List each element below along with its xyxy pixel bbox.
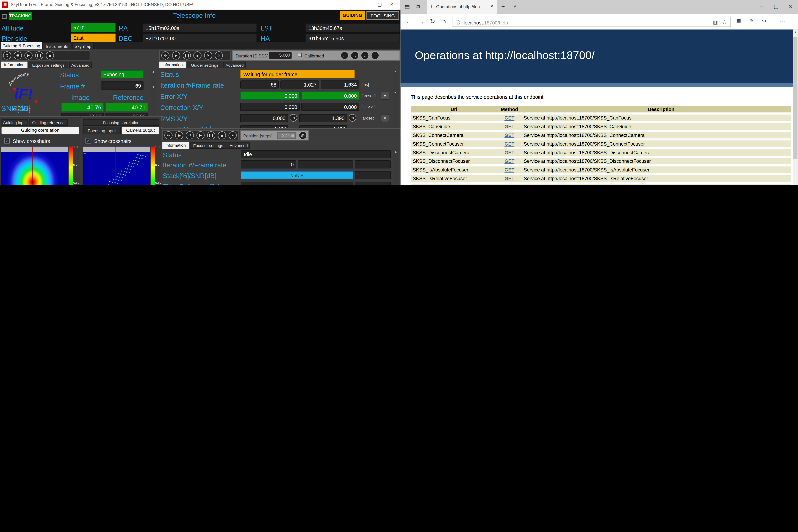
hub-icon[interactable]: ⧉	[416, 3, 420, 10]
tab-information[interactable]: Information	[159, 61, 186, 68]
guider-up-button[interactable]: ↑	[371, 52, 379, 60]
get-link[interactable]: GET	[505, 158, 514, 164]
share-icon[interactable]: ↪	[762, 18, 766, 24]
tab-guiding-correlation[interactable]: Guiding correlation	[2, 127, 79, 134]
toolbar-icon-2[interactable]: ❚❚	[183, 52, 191, 60]
toolbar-icon-2[interactable]: ▶	[24, 52, 33, 60]
toolbar-icon-3[interactable]: ■	[193, 52, 202, 60]
duration-input[interactable]: 5.000	[269, 52, 291, 59]
forward-icon[interactable]: →	[418, 18, 424, 25]
star-dot	[131, 166, 132, 167]
site-info-icon[interactable]: ⓘ	[456, 19, 460, 26]
tracking-checkbox[interactable]	[2, 14, 6, 19]
guider-right-button[interactable]: →	[350, 52, 359, 60]
get-link[interactable]: GET	[505, 167, 514, 173]
browser-home-icon[interactable]: ⌂	[442, 18, 446, 25]
get-link[interactable]: GET	[505, 150, 514, 155]
toolbar-icon-0[interactable]: ⊘	[165, 131, 173, 139]
camera-scrollbar[interactable]: ▲▼	[151, 70, 156, 115]
browser-minimize-icon[interactable]: –	[757, 3, 767, 9]
toolbar-icon-4[interactable]: ❚❚	[207, 131, 215, 139]
tab-guiding-input[interactable]: Guiding input	[2, 119, 28, 126]
calibrated-checkbox[interactable]	[298, 53, 302, 57]
rms-y-reset-icon[interactable]: ⟲	[349, 114, 356, 122]
toolbar-icon-1[interactable]: ◉	[175, 131, 183, 139]
tab-advanced[interactable]: Advanced	[228, 142, 250, 149]
tab-guider-settings[interactable]: Guider settings	[187, 61, 222, 68]
back-icon[interactable]: ←	[405, 18, 412, 25]
tab-information[interactable]: Information	[1, 61, 27, 68]
close-icon[interactable]: ✕	[387, 2, 397, 7]
maximize-icon[interactable]: ▢	[375, 2, 385, 7]
colorbar-label: 0.75	[73, 163, 79, 166]
guiding-button[interactable]: GUIDING	[340, 11, 365, 20]
toolbar-icon-6[interactable]: ➤	[229, 131, 237, 139]
toolbar-icon-3[interactable]: ❚❚	[35, 52, 43, 60]
get-link[interactable]: GET	[505, 184, 514, 185]
reading-list-icon[interactable]: ▤	[405, 3, 410, 10]
toolbar-icon-1[interactable]: ◉	[14, 52, 22, 60]
guiding-correlation-image[interactable]	[1, 147, 68, 185]
tab-advanced[interactable]: Advanced	[224, 61, 246, 68]
tab-information[interactable]: Information	[162, 142, 189, 149]
annotate-icon[interactable]: ✎	[749, 18, 754, 24]
get-link[interactable]: GET	[505, 115, 514, 121]
tab-close-icon[interactable]: ✕	[490, 4, 494, 9]
framerate1-value: 1,627	[280, 80, 319, 89]
goto-position-icon[interactable]: ◎	[299, 131, 307, 139]
toolbar-icon-4[interactable]: ➤	[204, 52, 212, 60]
browser-maximize-icon[interactable]: ▢	[771, 3, 781, 9]
url-text[interactable]: localhost:18700/help	[463, 20, 508, 25]
favorites-bar-icon[interactable]: ≣	[737, 18, 741, 24]
more-options-icon[interactable]: ⋯	[780, 18, 785, 24]
focusing-crosshairs-checkbox[interactable]: ✓	[86, 138, 91, 144]
tab-guiding-reference[interactable]: Guiding reference	[29, 119, 68, 126]
toolbar-icon-5[interactable]: ✈	[215, 52, 223, 60]
main-tab-instruments[interactable]: Instruments	[43, 42, 71, 49]
reading-view-icon[interactable]: ▥	[713, 19, 718, 25]
toolbar-icon-5[interactable]: ■	[218, 131, 226, 139]
toolbar-icon-4[interactable]: ■	[46, 52, 54, 60]
rms-unit-dropdown[interactable]: ▼	[381, 114, 390, 122]
main-tab-guiding-focusing[interactable]: Guiding & Focusing	[1, 42, 42, 49]
get-link[interactable]: GET	[505, 141, 514, 147]
minimize-icon[interactable]: –	[362, 2, 373, 7]
rms-x-reset-icon[interactable]: ⟲	[290, 114, 297, 122]
guider-left-button[interactable]: ←	[341, 52, 349, 60]
browser-scrollbar[interactable]: ▲ ▼	[793, 30, 798, 185]
focusing-button[interactable]: FOCUSING	[366, 11, 399, 20]
toolbar-icon-0[interactable]: ⊘	[3, 52, 11, 60]
skyguard-title: SkyGuard (Full Frame Guiding & Focusing)…	[11, 2, 193, 7]
tab-focusing-correlation[interactable]: Focusing correlation	[83, 119, 159, 126]
browser-tab[interactable]: ▯ Operations at http://loc ✕	[427, 0, 497, 14]
error-unit-dropdown[interactable]: ▼	[381, 92, 390, 100]
guider-down-button[interactable]: ↓	[361, 52, 369, 60]
favorite-star-icon[interactable]: ☆	[722, 19, 727, 25]
new-tab-icon[interactable]: +	[501, 3, 505, 10]
logo-mark: iF!	[14, 86, 33, 103]
get-link[interactable]: GET	[505, 175, 514, 181]
tab-camera-output[interactable]: Camera output	[122, 127, 159, 134]
guiding-crosshairs-checkbox[interactable]: ✓	[4, 138, 10, 144]
get-link[interactable]: GET	[505, 124, 514, 129]
refresh-icon[interactable]: ↻	[430, 18, 435, 25]
camera-output-image[interactable]	[83, 147, 150, 185]
toolbar-icon-0[interactable]: ⚙	[162, 52, 170, 60]
toolbar-icon-2[interactable]: ⚙	[186, 131, 194, 139]
tracking-button[interactable]: TRACKING	[9, 12, 32, 20]
toolbar-icon-1[interactable]: ▶	[172, 52, 180, 60]
star-dot	[112, 182, 113, 183]
tab-focusing-input[interactable]: Focusing input	[83, 127, 120, 134]
position-input[interactable]: 32768	[277, 132, 296, 139]
tab-exposure-settings[interactable]: Exposure settings	[28, 61, 68, 68]
browser-close-icon[interactable]: ✕	[785, 3, 795, 9]
get-link[interactable]: GET	[505, 132, 514, 138]
tab-list-icon[interactable]: ˅	[514, 4, 516, 9]
guider-scrollbar[interactable]: ▲▼	[393, 70, 398, 127]
focuser-scrollbar[interactable]: ▲▼	[393, 150, 398, 185]
main-tab-sky-map[interactable]: Sky map	[72, 42, 94, 49]
url-bar[interactable]: ⓘ localhost:18700/help ▥ ☆	[452, 17, 731, 27]
tab-focuser-settings[interactable]: Focuser settings	[190, 142, 226, 149]
tab-advanced[interactable]: Advanced	[69, 61, 92, 68]
toolbar-icon-3[interactable]: ▶	[196, 131, 205, 139]
